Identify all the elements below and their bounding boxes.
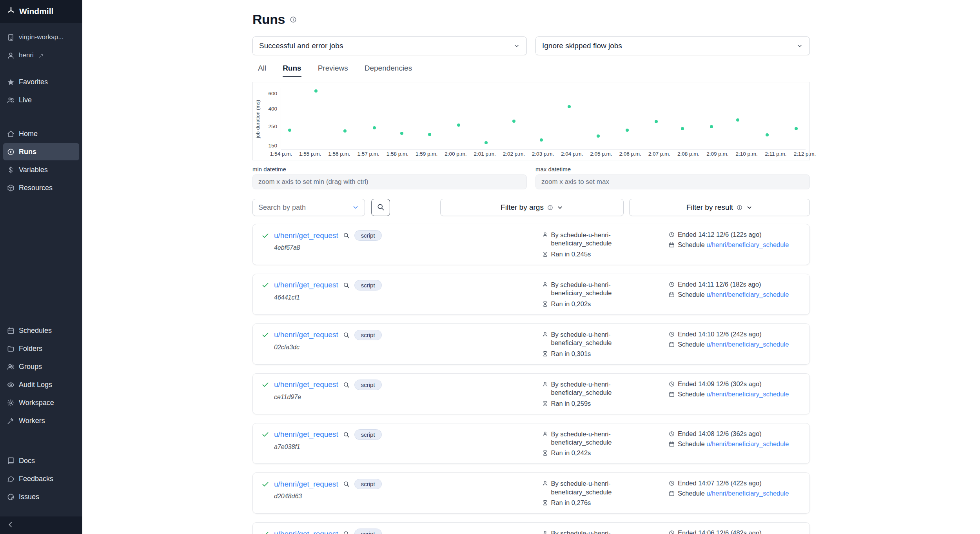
sidebar-item-audit-logs[interactable]: Audit Logs <box>3 376 79 393</box>
sidebar-item-label: virgin-worksp... <box>19 33 64 41</box>
chart-y-axis-line <box>281 88 281 150</box>
run-row[interactable]: u/henri/get_requestscripta7e038f1By sche… <box>252 423 810 464</box>
chevron-down-icon <box>513 42 520 49</box>
search-by-path-value: Search by path <box>258 203 306 212</box>
skipped-flows-select[interactable]: Ignore skipped flow jobs <box>535 36 810 55</box>
sidebar-item-label: Docs <box>19 457 35 465</box>
schedule-link[interactable]: u/henri/beneficiary_schedule <box>706 291 789 298</box>
sidebar-item-schedules[interactable]: Schedules <box>3 322 79 339</box>
sidebar-item-issues[interactable]: Issues <box>3 488 79 505</box>
run-connector <box>273 414 273 423</box>
sidebar-item-docs[interactable]: Docs <box>3 452 79 469</box>
user-icon <box>7 52 15 59</box>
run-row[interactable]: u/henri/get_requestscriptce11d97eBy sche… <box>252 373 810 414</box>
inspect-run-icon[interactable] <box>343 431 350 438</box>
chart-data-point <box>288 129 291 132</box>
run-path-link[interactable]: u/henri/get_request <box>274 231 338 240</box>
sidebar-item-groups[interactable]: Groups <box>3 358 79 375</box>
sidebar-item-resources[interactable]: Resources <box>3 179 79 196</box>
chart-y-tick: 400 <box>259 106 277 112</box>
run-ended: Ended 14:11 12/6 (182s ago) <box>678 281 761 288</box>
chevron-down-icon <box>746 204 753 211</box>
max-datetime-input[interactable] <box>535 174 810 189</box>
sidebar-section-footer: DocsFeedbacksIssues <box>0 452 82 506</box>
logo-text: Windmill <box>19 7 53 16</box>
run-connector <box>273 514 273 522</box>
sidebar-item-virgin-worksp[interactable]: virgin-worksp... <box>3 29 79 46</box>
run-path-link[interactable]: u/henri/get_request <box>274 430 338 439</box>
job-status-select[interactable]: Successful and error jobs <box>252 36 527 55</box>
duration-scatter-chart[interactable]: job duration (ms) 6004002501501:54 p.m.1… <box>252 82 810 160</box>
run-duration: Ran in 0,245s <box>551 251 591 258</box>
inspect-run-icon[interactable] <box>343 381 350 388</box>
run-path-link[interactable]: u/henri/get_request <box>274 380 338 389</box>
sidebar-item-folders[interactable]: Folders <box>3 340 79 357</box>
inspect-run-icon[interactable] <box>343 232 350 239</box>
folder-icon <box>7 345 15 352</box>
run-path-link[interactable]: u/henri/get_request <box>274 281 338 289</box>
schedule-link[interactable]: u/henri/beneficiary_schedule <box>706 391 789 398</box>
schedule-link[interactable]: u/henri/beneficiary_schedule <box>706 241 789 248</box>
tab-dependencies[interactable]: Dependencies <box>365 64 412 77</box>
schedule-link[interactable]: u/henri/beneficiary_schedule <box>706 490 789 497</box>
chart-y-axis-label: job duration (ms) <box>255 94 261 145</box>
gear-icon <box>7 399 15 407</box>
collapse-sidebar-button[interactable] <box>0 516 82 534</box>
chat-icon <box>7 475 15 483</box>
search-button[interactable] <box>371 199 390 216</box>
clock-icon <box>669 480 675 486</box>
sidebar-item-henri[interactable]: henri <box>3 47 79 64</box>
inspect-run-icon[interactable] <box>343 530 350 534</box>
min-datetime-input[interactable] <box>252 174 527 189</box>
filter-by-args-button[interactable]: Filter by args <box>440 199 624 216</box>
sidebar-item-label: Favorites <box>19 78 48 86</box>
run-ended: Ended 14:07 12/6 (422s ago) <box>678 480 762 487</box>
book-icon <box>7 457 15 465</box>
tab-all[interactable]: All <box>258 64 266 77</box>
schedule-link[interactable]: u/henri/beneficiary_schedule <box>706 341 789 348</box>
sidebar-item-label: Runs <box>19 148 36 156</box>
run-row[interactable]: u/henri/get_requestscript4ebf67a8By sche… <box>252 224 810 265</box>
inspect-run-icon[interactable] <box>343 332 350 338</box>
sidebar-item-runs[interactable]: Runs <box>3 143 79 160</box>
sidebar-item-workspace[interactable]: Workspace <box>3 394 79 411</box>
sidebar-item-home[interactable]: Home <box>3 125 79 142</box>
run-row[interactable]: u/henri/get_requestscript02cfa3dcBy sche… <box>252 323 810 365</box>
info-icon[interactable] <box>290 16 297 23</box>
schedule-link[interactable]: u/henri/beneficiary_schedule <box>706 440 789 447</box>
run-ended: Ended 14:12 12/6 (122s ago) <box>678 231 762 238</box>
sidebar-item-workers[interactable]: Workers <box>3 412 79 429</box>
sidebar-item-live[interactable]: Live <box>3 91 79 109</box>
run-schedule: Schedule u/henri/beneficiary_schedule <box>678 440 789 448</box>
chart-data-point <box>681 127 684 130</box>
tab-previews[interactable]: Previews <box>318 64 348 77</box>
run-kind-badge: script <box>354 330 382 340</box>
sidebar-item-feedbacks[interactable]: Feedbacks <box>3 470 79 487</box>
run-path-link[interactable]: u/henri/get_request <box>274 530 338 534</box>
run-row[interactable]: u/henri/get_requestscript46441cf1By sche… <box>252 274 810 315</box>
sidebar-item-variables[interactable]: Variables <box>3 161 79 178</box>
logo[interactable]: Windmill <box>0 0 82 23</box>
success-check-icon <box>261 530 269 534</box>
hourglass-icon <box>542 301 548 307</box>
person-icon <box>542 480 548 486</box>
sidebar-item-favorites[interactable]: Favorites <box>3 73 79 91</box>
inspect-run-icon[interactable] <box>343 282 350 289</box>
run-row[interactable]: u/henri/get_requestscriptd2048d63By sche… <box>252 472 810 514</box>
run-path-link[interactable]: u/henri/get_request <box>274 480 338 489</box>
inspect-run-icon[interactable] <box>343 481 350 487</box>
run-id: 4ebf67a8 <box>274 244 542 251</box>
run-row[interactable]: u/henri/get_requestscriptBy schedule-u-h… <box>252 522 810 534</box>
run-path-link[interactable]: u/henri/get_request <box>274 331 338 339</box>
triggered-by: By schedule-u-henri-beneficiary_schedule <box>551 231 617 248</box>
chart-data-point <box>540 138 543 142</box>
chart-data-point <box>485 141 488 144</box>
hourglass-icon <box>542 251 548 257</box>
runs-list: u/henri/get_requestscript4ebf67a8By sche… <box>252 224 810 534</box>
run-id: d2048d63 <box>274 493 542 500</box>
tab-runs[interactable]: Runs <box>283 64 301 77</box>
filter-by-result-button[interactable]: Filter by result <box>629 199 810 216</box>
sidebar-item-label: Workspace <box>19 399 54 407</box>
search-by-path-select[interactable]: Search by path <box>252 199 365 216</box>
chart-x-tick: 2:04 p.m. <box>561 151 583 157</box>
